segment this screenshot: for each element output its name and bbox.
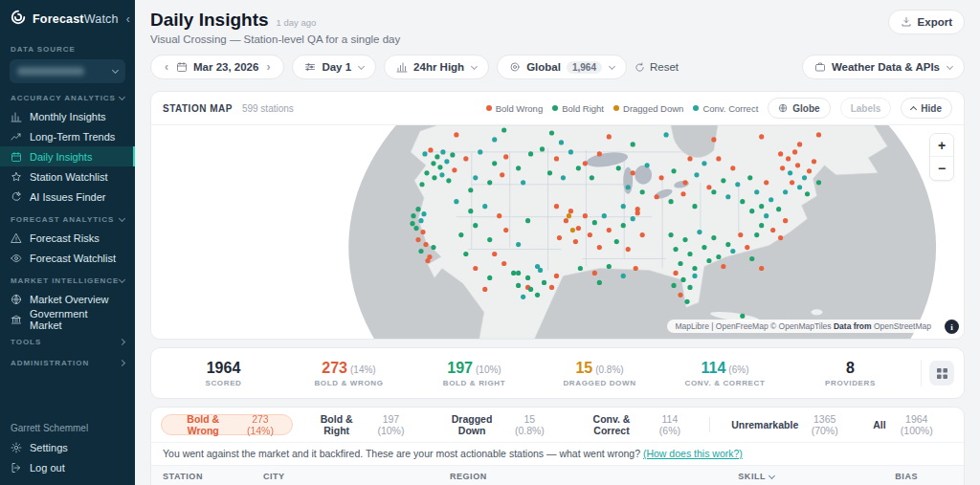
- station-dot[interactable]: [561, 175, 566, 180]
- station-dot[interactable]: [559, 140, 564, 144]
- station-dot[interactable]: [473, 175, 478, 180]
- station-dot[interactable]: [501, 127, 506, 132]
- station-dot[interactable]: [759, 204, 764, 209]
- station-dot[interactable]: [590, 175, 594, 180]
- station-dot[interactable]: [516, 283, 521, 288]
- station-dot[interactable]: [583, 213, 588, 218]
- station-dot[interactable]: [631, 216, 635, 221]
- station-dot[interactable]: [503, 228, 508, 232]
- station-dot[interactable]: [692, 266, 697, 271]
- station-dot[interactable]: [778, 235, 783, 240]
- station-dot[interactable]: [592, 220, 597, 225]
- station-dot[interactable]: [816, 132, 821, 137]
- station-dot[interactable]: [730, 165, 735, 170]
- station-dot[interactable]: [631, 142, 635, 146]
- station-dot[interactable]: [711, 189, 716, 194]
- station-dot[interactable]: [682, 237, 687, 242]
- station-dot[interactable]: [446, 178, 451, 183]
- station-dot[interactable]: [418, 249, 423, 254]
- station-dot[interactable]: [678, 293, 682, 298]
- station-dot[interactable]: [547, 170, 552, 175]
- group-label-tools[interactable]: TOOLS: [0, 329, 135, 350]
- how-does-this-work-link[interactable]: (How does this work?): [643, 448, 743, 459]
- station-dot[interactable]: [634, 266, 638, 271]
- station-dot[interactable]: [645, 163, 650, 167]
- station-dot[interactable]: [567, 213, 571, 218]
- station-dot[interactable]: [542, 280, 546, 285]
- station-dot[interactable]: [614, 239, 619, 244]
- station-dot[interactable]: [721, 178, 725, 183]
- station-dot[interactable]: [754, 232, 759, 237]
- station-dot[interactable]: [626, 247, 631, 252]
- station-dot[interactable]: [415, 207, 420, 211]
- station-dot[interactable]: [568, 149, 573, 154]
- prev-day-arrow[interactable]: ‹: [163, 60, 170, 74]
- station-dot[interactable]: [521, 295, 525, 299]
- station-dot[interactable]: [492, 137, 497, 142]
- station-dot[interactable]: [564, 218, 568, 223]
- station-dot[interactable]: [503, 154, 508, 159]
- globe-toggle-button[interactable]: Globe: [768, 98, 830, 119]
- station-dot[interactable]: [413, 226, 418, 231]
- station-dot[interactable]: [452, 167, 457, 172]
- station-dot[interactable]: [682, 180, 687, 185]
- station-dot[interactable]: [568, 209, 573, 213]
- sidebar-item-monthly-insights[interactable]: Monthly Insights: [0, 106, 135, 126]
- station-dot[interactable]: [500, 172, 504, 177]
- station-dot[interactable]: [702, 245, 706, 250]
- station-dot[interactable]: [549, 130, 554, 135]
- station-dot[interactable]: [410, 221, 414, 226]
- station-dot[interactable]: [492, 161, 497, 165]
- station-dot[interactable]: [437, 165, 442, 169]
- station-dot[interactable]: [463, 156, 468, 161]
- station-dot[interactable]: [482, 287, 487, 292]
- date-picker[interactable]: ‹ Mar 23, 2026 ›: [150, 55, 284, 79]
- station-dot[interactable]: [454, 199, 458, 204]
- station-dot[interactable]: [592, 271, 597, 276]
- station-dot[interactable]: [597, 151, 602, 156]
- station-dot[interactable]: [573, 239, 578, 244]
- station-dot[interactable]: [616, 165, 621, 170]
- station-dot[interactable]: [450, 152, 455, 157]
- station-dot[interactable]: [740, 314, 745, 319]
- station-dot[interactable]: [735, 182, 740, 187]
- sidebar-item-forecast-watchlist[interactable]: Forecast Watchlist: [0, 248, 135, 268]
- station-dot[interactable]: [423, 242, 428, 247]
- station-dot[interactable]: [640, 232, 645, 237]
- logout-button[interactable]: Log out: [0, 457, 135, 477]
- zoom-out-button[interactable]: −: [930, 157, 953, 180]
- station-dot[interactable]: [812, 159, 816, 164]
- station-dot[interactable]: [439, 172, 444, 177]
- station-dot[interactable]: [749, 256, 754, 261]
- station-dot[interactable]: [511, 271, 516, 276]
- station-dot[interactable]: [501, 261, 506, 266]
- station-dot[interactable]: [473, 266, 478, 271]
- station-dot[interactable]: [411, 213, 415, 218]
- station-dot[interactable]: [428, 147, 433, 152]
- station-dot[interactable]: [607, 134, 612, 139]
- export-button[interactable]: Export: [888, 10, 965, 34]
- station-dot[interactable]: [740, 199, 745, 204]
- station-dot[interactable]: [420, 230, 425, 234]
- station-dot[interactable]: [745, 245, 749, 250]
- station-dot[interactable]: [432, 175, 436, 180]
- hide-map-button[interactable]: Hide: [901, 98, 952, 119]
- station-dot[interactable]: [687, 252, 692, 256]
- station-dot[interactable]: [540, 146, 545, 151]
- chip-bold-right[interactable]: Bold & Right197 (10%): [297, 414, 424, 435]
- station-dot[interactable]: [792, 149, 797, 154]
- station-dot[interactable]: [730, 249, 735, 254]
- station-dot[interactable]: [655, 194, 659, 199]
- station-dot[interactable]: [431, 161, 435, 165]
- station-dot[interactable]: [768, 197, 773, 202]
- station-dot[interactable]: [583, 161, 588, 165]
- station-dot[interactable]: [454, 132, 458, 137]
- station-dot[interactable]: [422, 151, 427, 156]
- station-dot[interactable]: [535, 293, 540, 298]
- station-dot[interactable]: [802, 175, 807, 180]
- station-dot[interactable]: [790, 180, 794, 185]
- station-dot[interactable]: [525, 276, 530, 280]
- station-dot[interactable]: [816, 180, 821, 185]
- station-dot[interactable]: [725, 242, 730, 247]
- station-dot[interactable]: [525, 218, 530, 223]
